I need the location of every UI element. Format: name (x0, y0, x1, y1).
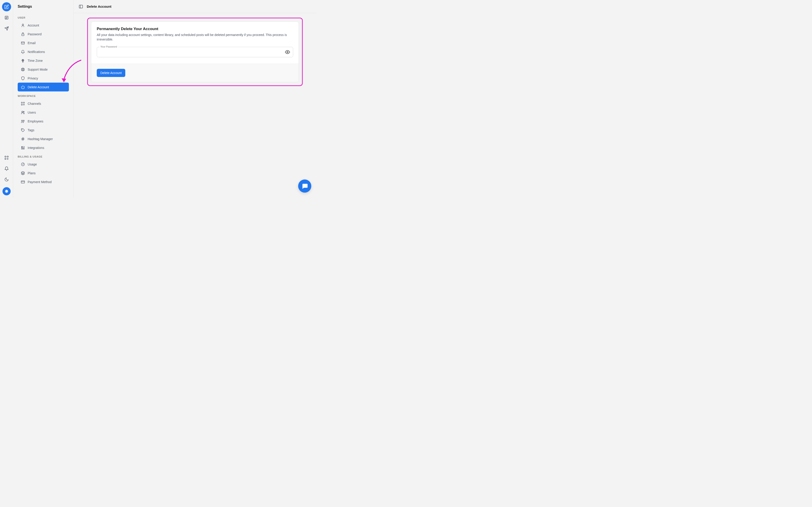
delete-account-card: Permanently Delete Your Account All your… (91, 21, 299, 82)
globe-icon (21, 59, 25, 63)
rail-bottom (0, 153, 13, 195)
nav-label: Notifications (28, 50, 45, 54)
svg-point-45 (287, 51, 288, 53)
nav-label: Time Zone (28, 59, 43, 62)
nav-label: Support Mode (28, 68, 48, 71)
gauge-icon (21, 162, 25, 166)
nav-timezone[interactable]: Time Zone (18, 56, 69, 65)
eye-icon (285, 50, 290, 55)
puzzle-icon (21, 146, 25, 150)
content-wrap: Permanently Delete Your Account All your… (73, 13, 316, 91)
svg-line-36 (22, 137, 23, 140)
password-input[interactable] (97, 47, 293, 57)
settings-sidebar: Settings USER Account Password Email Not… (13, 0, 73, 198)
svg-rect-41 (21, 181, 25, 183)
send-button[interactable] (2, 24, 11, 33)
toggle-password-visibility[interactable] (284, 49, 291, 55)
power-icon (21, 85, 25, 89)
panel-toggle-button[interactable] (79, 4, 83, 9)
delete-account-button[interactable]: Delete Account (97, 69, 125, 77)
svg-line-21 (23, 68, 24, 69)
mail-icon (21, 41, 25, 45)
section-user: USER (13, 13, 73, 21)
nav-email[interactable]: Email (18, 39, 69, 47)
svg-point-39 (23, 164, 23, 165)
main-header: Delete Account (73, 0, 316, 13)
alerts-button[interactable] (2, 164, 11, 173)
nav-support-mode[interactable]: Support Mode (18, 65, 69, 74)
svg-point-11 (22, 24, 23, 25)
nav-label: Delete Account (28, 85, 49, 89)
lock-icon (21, 32, 25, 36)
svg-rect-24 (21, 102, 22, 103)
nav-label: Payment Method (28, 180, 52, 184)
send-icon (4, 26, 9, 31)
layers-icon (21, 171, 25, 175)
nav-label: Password (28, 33, 42, 36)
theme-button[interactable] (2, 175, 11, 184)
hash-icon (21, 137, 25, 141)
svg-rect-7 (7, 156, 8, 157)
card-body: Permanently Delete Your Account All your… (91, 22, 299, 64)
svg-rect-12 (22, 34, 24, 36)
highlight-frame: Permanently Delete Your Account All your… (87, 18, 303, 86)
newspaper-icon (4, 15, 9, 20)
nav-channels[interactable]: Channels (18, 99, 69, 108)
svg-rect-6 (5, 156, 6, 157)
nav-label: Privacy (28, 76, 38, 80)
card-description: All your data including account settings… (97, 33, 293, 42)
nav-label: Plans (28, 171, 36, 175)
svg-line-22 (22, 70, 22, 71)
compose-button[interactable] (2, 2, 11, 11)
nav-usage[interactable]: Usage (18, 160, 69, 169)
section-billing: BILLING & USAGE (13, 152, 73, 160)
apps-button[interactable] (2, 153, 11, 162)
apps-icon (21, 102, 25, 106)
nav-label: Integrations (28, 146, 44, 150)
nav-label: Account (28, 23, 39, 27)
nav-notifications[interactable]: Notifications (18, 47, 69, 56)
nav-employees[interactable]: Employees (18, 117, 69, 126)
password-label: Your Password (99, 45, 118, 48)
credit-card-icon (21, 180, 25, 184)
svg-line-19 (22, 68, 22, 69)
nav-hashtag-manager[interactable]: Hashtag Manager (18, 134, 69, 143)
nav-label: Channels (28, 102, 41, 106)
svg-point-31 (21, 120, 23, 121)
svg-point-30 (23, 111, 24, 112)
nav-tags[interactable]: Tags (18, 126, 69, 134)
nav-label: Usage (28, 163, 37, 166)
password-field-wrap: Your Password (97, 47, 293, 57)
svg-rect-25 (23, 102, 24, 103)
lifebuoy-icon (21, 67, 25, 71)
nav-password[interactable]: Password (18, 30, 69, 39)
svg-rect-43 (79, 5, 83, 8)
nav-label: Tags (28, 128, 35, 132)
employees-icon (21, 119, 25, 123)
chat-button[interactable] (298, 179, 311, 192)
brand-icon (4, 189, 9, 193)
card-title: Permanently Delete Your Account (97, 27, 293, 31)
nav-integrations[interactable]: Integrations (18, 143, 69, 152)
chat-icon (301, 183, 308, 189)
svg-point-33 (22, 129, 22, 129)
main-panel: Delete Account Permanently Delete Your A… (73, 0, 316, 198)
svg-point-32 (23, 120, 24, 121)
moon-icon (4, 177, 9, 182)
nav-delete-account[interactable]: Delete Account (18, 82, 69, 92)
nav-payment-method[interactable]: Payment Method (18, 177, 69, 186)
nav-plans[interactable]: Plans (18, 169, 69, 177)
users-icon (21, 110, 25, 115)
nav-account[interactable]: Account (18, 21, 69, 30)
brand-logo[interactable] (2, 187, 11, 195)
nav-privacy[interactable]: Privacy (18, 74, 69, 82)
card-footer: Delete Account (91, 64, 299, 82)
library-button[interactable] (2, 13, 11, 22)
nav-label: Employees (28, 119, 43, 123)
compose-icon (4, 5, 9, 9)
settings-title: Settings (13, 0, 73, 13)
nav-users[interactable]: Users (18, 108, 69, 117)
nav-label: Email (28, 41, 36, 45)
section-workspace: WORKSPACE (13, 92, 73, 99)
panel-left-icon (79, 4, 83, 9)
